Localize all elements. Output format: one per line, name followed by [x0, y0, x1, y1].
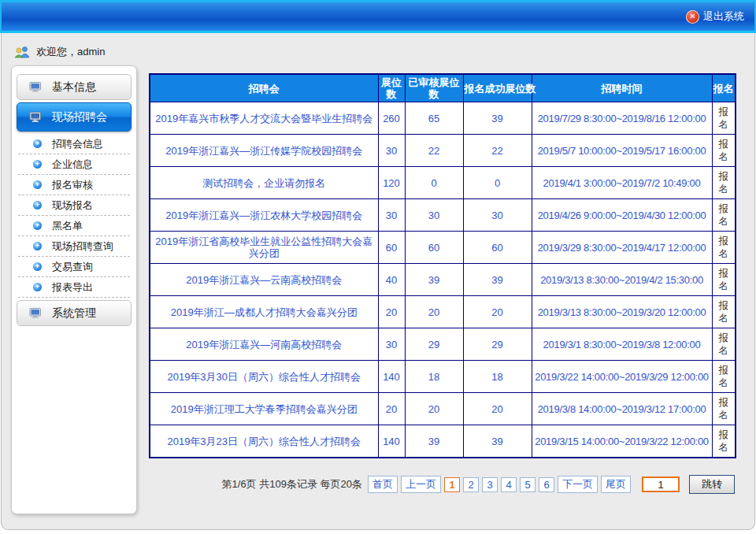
fair-name-link[interactable]: 2019年3月30日（周六）综合性人才招聘会	[167, 371, 361, 383]
prev-page-button[interactable]: 上一页	[401, 476, 441, 493]
registered-count: 20	[463, 296, 532, 328]
reviewed-count: 29	[405, 328, 463, 361]
pagination-info: 第1/6页 共109条记录 每页20条	[222, 477, 362, 491]
table-row: 2019年3月23日（周六）综合性人才招聘会 140 39 39 2019/3/…	[150, 425, 736, 458]
page-number-button[interactable]: 3	[482, 477, 498, 492]
registered-count: 0	[463, 167, 532, 199]
page-number-button[interactable]: 4	[501, 477, 517, 492]
layout-row: 基本信息 现场招聘会 + 招聘会信息 + 企业信息 + 报	[2, 65, 754, 514]
page-number-button[interactable]: 2	[463, 477, 479, 492]
table-header-row: 招聘会 展位数 已审核展位数 报名成功展位数 招聘时间 报名	[150, 74, 736, 102]
booth-count: 140	[378, 361, 405, 393]
logout-label: 退出系统	[703, 9, 744, 24]
sidebar-item-onsite-fair[interactable]: 现场招聘会	[17, 102, 132, 132]
signup-link[interactable]: 报名	[719, 268, 729, 291]
sidebar-subitem[interactable]: + 招聘会信息	[18, 134, 130, 154]
table-row: 2019年嘉兴市秋季人才交流大会暨毕业生招聘会 260 65 39 2019/7…	[150, 102, 736, 135]
plus-circle-icon: +	[33, 180, 42, 189]
header-recruit-time: 招聘时间	[532, 74, 712, 102]
sidebar-item-basic-info[interactable]: 基本信息	[17, 74, 132, 100]
reviewed-count: 18	[405, 361, 463, 393]
fair-name-link[interactable]: 2019年浙江—成都人才招聘大会嘉兴分团	[171, 306, 358, 318]
signup-link[interactable]: 报名	[719, 300, 729, 324]
table-row: 2019年浙江嘉兴—浙江传媒学院校园招聘会 30 22 22 2019/5/7 …	[150, 135, 736, 167]
plus-circle-icon: +	[33, 139, 42, 148]
welcome-text: 欢迎您，admin	[36, 45, 105, 59]
content-panel: 欢迎您，admin 基本信息	[1, 33, 755, 530]
sidebar-subitem[interactable]: + 交易查询	[18, 257, 130, 277]
signup-link[interactable]: 报名	[719, 429, 729, 453]
page-number-button[interactable]: 6	[539, 477, 554, 492]
sidebar-subitem-label: 招聘会信息	[52, 137, 103, 151]
first-page-button[interactable]: 首页	[368, 476, 398, 493]
signup-link[interactable]: 报名	[719, 365, 729, 388]
reviewed-count: 0	[405, 167, 463, 199]
fair-name-link[interactable]: 2019年浙江理工大学春季招聘会嘉兴分团	[171, 403, 358, 415]
jump-button[interactable]: 跳转	[689, 475, 735, 494]
fair-name-link[interactable]: 2019年浙江嘉兴—浙江传媒学院校园招聘会	[165, 145, 362, 157]
signup-link[interactable]: 报名	[719, 106, 729, 130]
fair-name-link[interactable]: 2019年浙江省高校毕业生就业公益性招聘大会嘉兴分团	[155, 235, 372, 259]
sidebar-subitem-label: 报名审核	[52, 178, 93, 192]
sidebar-subitem-label: 现场招聘查询	[52, 239, 113, 254]
signup-link[interactable]: 报名	[719, 171, 729, 195]
registered-count: 29	[463, 328, 532, 361]
jump-page-input[interactable]	[642, 477, 680, 492]
sidebar-subitem[interactable]: + 企业信息	[18, 154, 130, 175]
signup-link[interactable]: 报名	[719, 203, 729, 227]
reviewed-count: 20	[405, 296, 463, 328]
sidebar-subitem[interactable]: + 黑名单	[18, 216, 130, 236]
registered-count: 18	[463, 361, 532, 393]
sidebar-subitem[interactable]: + 报表导出	[18, 277, 130, 298]
sidebar-item-label: 现场招聘会	[52, 110, 107, 124]
plus-circle-icon: +	[33, 262, 42, 271]
sidebar-subitem-label: 现场报名	[52, 198, 93, 213]
fair-name-link[interactable]: 2019年3月23日（周六）综合性人才招聘会	[167, 436, 361, 447]
booth-count: 120	[378, 167, 405, 199]
page-number-button[interactable]: 1	[444, 477, 460, 492]
sidebar-subitem[interactable]: + 现场报名	[18, 195, 130, 216]
next-page-button[interactable]: 下一页	[558, 476, 598, 493]
last-page-button[interactable]: 尾页	[601, 476, 631, 493]
sidebar-subitem[interactable]: + 报名审核	[18, 175, 130, 195]
header-reviewed-count: 已审核展位数	[405, 74, 463, 102]
table-row: 2019年浙江嘉兴—河南高校招聘会 30 29 29 2019/3/1 8:30…	[150, 328, 736, 361]
table-row: 测试招聘会，企业请勿报名 120 0 0 2019/4/1 3:00:00~20…	[150, 167, 736, 199]
recruit-time: 2019/4/26 9:00:00~2019/4/30 12:00:00	[532, 199, 712, 232]
top-bar: ✕ 退出系统	[0, 0, 756, 33]
sidebar-subitem-label: 黑名单	[52, 219, 83, 233]
sidebar-item-system-management[interactable]: 系统管理	[17, 300, 132, 326]
signup-link[interactable]: 报名	[719, 235, 729, 259]
registered-count: 39	[463, 425, 532, 458]
table-row: 2019年浙江省高校毕业生就业公益性招聘大会嘉兴分团 60 60 60 2019…	[150, 232, 736, 264]
sidebar-subitem[interactable]: + 现场招聘查询	[18, 236, 130, 257]
signup-link[interactable]: 报名	[719, 332, 729, 356]
booth-count: 20	[378, 296, 405, 328]
logout-button[interactable]: ✕ 退出系统	[686, 9, 744, 24]
recruit-time: 2019/3/15 14:00:00~2019/3/22 12:00:00	[532, 425, 712, 458]
booth-count: 40	[378, 264, 405, 296]
users-icon	[14, 46, 31, 58]
page-number-button[interactable]: 5	[520, 477, 536, 492]
reviewed-count: 22	[405, 135, 463, 167]
reviewed-count: 65	[405, 102, 463, 135]
booth-count: 60	[378, 232, 405, 264]
recruit-time: 2019/5/7 10:00:00~2019/5/17 16:00:00	[532, 135, 712, 167]
registered-count: 30	[463, 199, 532, 232]
booth-count: 140	[378, 425, 405, 458]
fair-name-link[interactable]: 2019年浙江嘉兴—河南高校招聘会	[186, 339, 342, 350]
reviewed-count: 30	[405, 199, 463, 232]
page-number-list: 1 2 3 4 5 6	[444, 477, 554, 492]
fair-name-link[interactable]: 2019年浙江嘉兴—云南高校招聘会	[186, 274, 342, 286]
monitor-icon	[29, 112, 42, 123]
table-row: 2019年浙江嘉兴—浙江农林大学校园招聘会 30 30 30 2019/4/26…	[150, 199, 736, 232]
fair-name-link[interactable]: 测试招聘会，企业请勿报名	[202, 177, 325, 189]
fair-name-link[interactable]: 2019年浙江嘉兴—浙江农林大学校园招聘会	[165, 210, 362, 221]
logout-x-icon: ✕	[686, 10, 699, 24]
signup-link[interactable]: 报名	[719, 139, 729, 162]
header-signup: 报名	[712, 74, 736, 102]
fair-name-link[interactable]: 2019年嘉兴市秋季人才交流大会暨毕业生招聘会	[155, 113, 372, 124]
header-fair-name: 招聘会	[150, 74, 378, 102]
signup-link[interactable]: 报名	[719, 397, 729, 421]
registered-count: 22	[463, 135, 532, 167]
